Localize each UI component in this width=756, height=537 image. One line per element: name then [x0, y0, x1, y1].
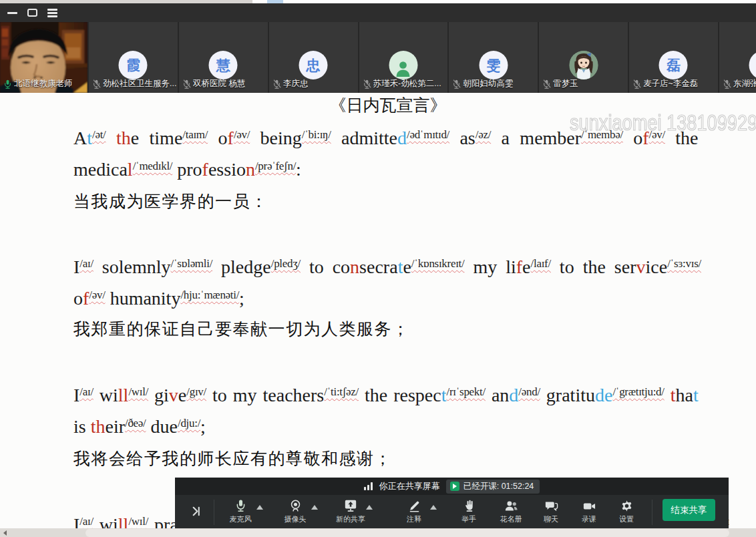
record-icon — [582, 500, 596, 512]
participant-tile-9[interactable]: 张 东湖张 — [718, 22, 756, 93]
collapse-toolbar-button[interactable] — [187, 502, 204, 520]
toolbar-button-icon — [544, 498, 558, 512]
document-line: medical/ˈmedɪkl/ profession/prəˈfeʃn/: — [73, 158, 301, 184]
mic-muted-icon — [363, 79, 371, 89]
mic-dropdown-arrow[interactable] — [256, 505, 263, 510]
phonetic-superscript: /əv/ — [89, 289, 105, 301]
participant-name: 朝阳妇幼高雯 — [463, 78, 513, 90]
phonetic-superscript: /ˈmembə/ — [581, 128, 623, 141]
phonetic-superscript: /aɪ/ — [79, 257, 93, 270]
document-line: At/ət/ the time/taɪm/ of/əv/ being/ˈbi:ɪ… — [73, 126, 698, 153]
annotate-icon — [408, 500, 421, 512]
class-play-icon — [450, 482, 459, 491]
chat-button[interactable]: 聊天 — [530, 498, 572, 524]
participant-tile-4[interactable]: 忠 李庆忠 — [268, 22, 358, 93]
sharing-status-text: 你正在共享屏幕 — [379, 480, 440, 492]
record-button[interactable]: 录课 — [568, 498, 610, 524]
participant-name: 劲松社区卫生服务... — [103, 78, 176, 90]
share-button[interactable]: 新的共享 — [329, 498, 372, 524]
participant-tile-8[interactable]: 磊 麦子店~李金磊 — [628, 22, 718, 93]
phonetic-superscript: /ðeə/ — [125, 417, 146, 429]
share-screen-icon — [344, 499, 357, 512]
toolbar-separator — [214, 500, 214, 525]
phonetic-superscript: /pledʒ/ — [271, 257, 301, 270]
phonetic-superscript: /laɪf/ — [531, 257, 551, 270]
phonetic-superscript: /ˈsɜ:vɪs/ — [667, 257, 701, 270]
camera-dropdown-arrow[interactable] — [311, 505, 318, 510]
class-timer-badge: 已经开课: 01:52:24 — [446, 480, 540, 494]
menu-icon — [47, 9, 57, 11]
phonetic-superscript: /ˈmedɪkl/ — [133, 160, 173, 172]
document-line: is their/ðeə/ due/dju:/; — [73, 415, 206, 441]
participant-name: 雷梦玉 — [553, 78, 578, 90]
mic-button[interactable]: 麦克风 — [219, 498, 262, 524]
participant-tile-3[interactable]: 慧 双桥医院 杨慧 — [178, 22, 268, 93]
document-line: of/əv/ humanity/hju:ˈmænəti/; — [73, 287, 244, 313]
annotate-dropdown-arrow[interactable] — [430, 505, 437, 510]
maximize-button[interactable] — [24, 3, 41, 22]
phonetic-superscript: /əv/ — [234, 128, 250, 141]
scrollbar-thumb[interactable] — [85, 529, 729, 537]
end-share-button[interactable]: 结束共享 — [663, 499, 715, 521]
document-line: 我郑重的保证自己要奉献一切为人类服务； — [73, 317, 410, 341]
phonetic-superscript: /wɪl/ — [128, 515, 148, 528]
collapse-icon — [190, 505, 202, 518]
meeting-toolbar: 你正在共享屏幕 已经开课: 01:52:24 结束共享 麦克风 摄像头 新的共享… — [175, 478, 729, 529]
mic-muted-icon — [723, 79, 731, 89]
participant-name: 双桥医院 杨慧 — [193, 78, 245, 90]
settings-button[interactable]: 设置 — [605, 498, 648, 524]
participant-avatar: 忠 — [299, 51, 328, 79]
participant-name: 李庆忠 — [283, 78, 309, 90]
toolbar-button-label: 新的共享 — [336, 514, 365, 524]
mic-muted-icon — [272, 79, 281, 89]
participant-avatar: 霞 — [119, 51, 148, 79]
toolbar-button-icon — [290, 498, 301, 512]
participant-tile-1[interactable]: 北语继教康老师 — [0, 22, 87, 93]
roster-button[interactable]: 花名册 — [490, 498, 532, 524]
participant-name: 东湖张 — [733, 78, 756, 90]
phonetic-superscript: /ˈbi:ɪŋ/ — [302, 128, 331, 141]
annotate-button[interactable]: 注释 — [393, 498, 435, 524]
participant-avatar: 雯 — [479, 51, 508, 79]
horizontal-scrollbar[interactable] — [0, 528, 756, 537]
share-dropdown-arrow[interactable] — [366, 505, 373, 510]
participant-tile-7[interactable]: 雷梦玉 — [538, 22, 628, 93]
participants-strip: 北语继教康老师 霞 劲松社区卫生服务... 慧 双桥医院 杨慧 忠 李庆忠 苏瑾… — [0, 22, 756, 93]
toolbar-buttons-row: 结束共享 麦克风 摄像头 新的共享 注释 举手 花名册 聊天 录课 设置 — [175, 495, 729, 529]
scrollbar-left-arrow[interactable] — [0, 528, 9, 537]
mic-muted-icon — [632, 79, 641, 89]
mic-on-icon — [3, 79, 12, 89]
mic-muted-icon — [92, 79, 101, 89]
toolbar-button-icon — [408, 498, 421, 512]
phonetic-superscript: /ˈti:tʃəz/ — [324, 385, 359, 398]
participant-avatar: 慧 — [209, 51, 238, 79]
settings-icon — [620, 500, 633, 512]
minimize-button[interactable] — [4, 3, 21, 22]
avatar-character: 霞 — [126, 58, 140, 72]
toolbar-button-label: 设置 — [619, 514, 634, 524]
participant-avatar — [389, 51, 417, 79]
participant-tile-5[interactable]: 苏瑾禾-劲松第二... — [358, 22, 448, 93]
raise-hand-button[interactable]: 举手 — [447, 498, 490, 524]
toolbar-button-icon — [582, 498, 596, 512]
phonetic-superscript: /aɪ/ — [79, 385, 93, 398]
document-line: 我将会给予我的师长应有的尊敬和感谢； — [73, 447, 392, 471]
left-arrow-icon — [3, 530, 7, 536]
phonetic-superscript: /ədˈmɪtɪd/ — [407, 128, 449, 141]
window-titlebar — [0, 3, 756, 22]
mic-muted-icon — [542, 79, 551, 89]
participant-tile-6[interactable]: 雯 朝阳妇幼高雯 — [447, 22, 538, 93]
toolbar-button-label: 注释 — [407, 514, 421, 524]
avatar-character: 慧 — [216, 58, 230, 72]
document-line: I/aɪ/ will/wɪl/ give/gɪv/ to my teachers… — [73, 383, 699, 410]
minimize-icon — [7, 12, 17, 14]
signal-icon — [364, 482, 373, 490]
menu-button[interactable] — [44, 3, 61, 22]
participant-name: 麦子店~李金磊 — [643, 78, 698, 90]
document-line: 当我成为医学界的一员： — [73, 190, 268, 214]
toolbar-button-label: 录课 — [582, 514, 596, 524]
anime-avatar-image — [569, 51, 598, 79]
participant-tile-2[interactable]: 霞 劲松社区卫生服务... — [87, 22, 178, 93]
participant-name: 苏瑾禾-劲松第二... — [373, 78, 441, 90]
camera-button[interactable]: 摄像头 — [274, 498, 317, 524]
